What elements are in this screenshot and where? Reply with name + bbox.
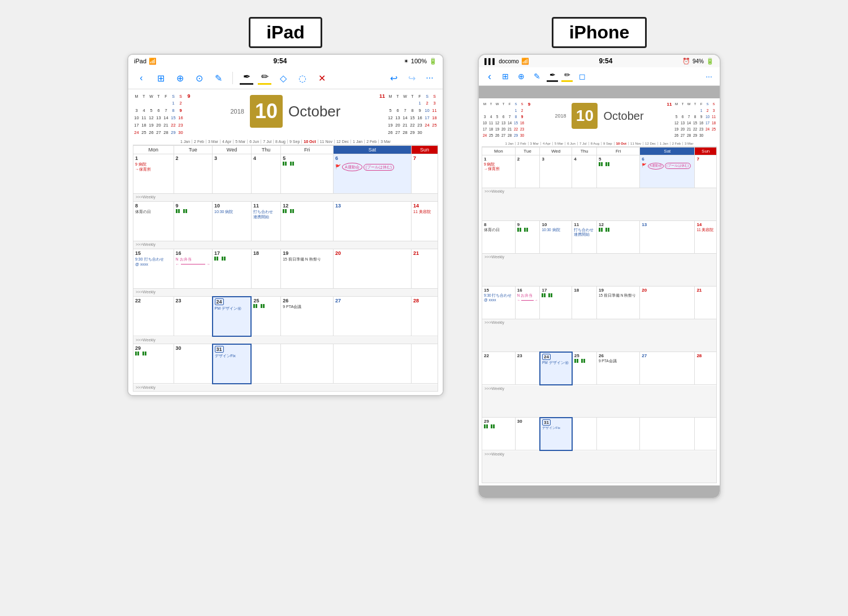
iphone-day-2-tue[interactable]: 2	[515, 155, 540, 188]
iphone-day-24-wed[interactable]: 24 PM デザイン㊙	[540, 352, 572, 385]
add-button[interactable]: ⊕	[172, 71, 187, 85]
bar	[599, 162, 600, 166]
marker-tool[interactable]: ✏	[258, 71, 271, 85]
day-30-tue[interactable]: 30	[174, 344, 212, 384]
day-24-wed[interactable]: 24 PM デザイン㊙	[213, 297, 252, 336]
day-7-sun[interactable]: 7	[412, 154, 438, 194]
iphone-back-button[interactable]: ‹	[483, 70, 496, 83]
cell-content	[599, 162, 638, 167]
day-number: 31	[215, 346, 224, 353]
iphone-day-1-mon[interactable]: 1 9 病院 →保育所	[482, 155, 516, 188]
iphone-day-4-thu[interactable]: 4	[572, 155, 597, 188]
iphone-day-14-sun[interactable]: 14 11 美容院	[695, 221, 717, 254]
iphone-day-31-wed[interactable]: 31 デザインFix	[540, 418, 572, 450]
day-27-sat[interactable]: 27	[334, 297, 412, 336]
iphone-day-8-mon[interactable]: 8 体育の日	[482, 221, 516, 254]
iphone-day-26-fri[interactable]: 26 9 PTA会議	[596, 352, 639, 385]
pen-tool[interactable]: ✒	[240, 71, 253, 85]
iphone-day-16-tue[interactable]: 16 N お弁当 ← →	[515, 287, 540, 319]
day-29-mon[interactable]: 29	[133, 344, 174, 384]
event: 連携開始	[574, 232, 595, 237]
shape-button[interactable]: ◇	[276, 71, 291, 85]
iphone-marker-icon: ✏	[564, 71, 570, 79]
iphone-day-27-sat[interactable]: 27	[640, 352, 695, 385]
iphone-day-19-fri[interactable]: 19 15 前日準備 N 秋祭り	[596, 287, 639, 319]
day-14-sun[interactable]: 14 11 美容院	[412, 202, 438, 241]
weekly-label: >>>Weekly	[482, 450, 717, 483]
event: @ xxxx	[135, 262, 172, 267]
day-26-fri[interactable]: 26 9 PTA会議	[281, 297, 334, 336]
day-1-mon[interactable]: 1 9 病院 →保育所	[133, 154, 174, 194]
redo-button[interactable]: ↪	[404, 71, 419, 85]
iphone-edit-button[interactable]: ✎	[531, 70, 543, 83]
iphone-add-button[interactable]: ⊕	[515, 70, 527, 83]
iphone-day-22-mon[interactable]: 22	[482, 352, 516, 385]
ipad-time: 9:54	[273, 57, 287, 65]
day-22-mon[interactable]: 22	[133, 297, 174, 336]
iphone-day-9-tue[interactable]: 9	[515, 221, 540, 254]
iphone-day-21-sun[interactable]: 21	[695, 287, 717, 319]
day-8-mon[interactable]: 8 体育の日	[133, 202, 174, 241]
day-21-sun[interactable]: 21	[412, 249, 438, 289]
day-9-tue[interactable]: 9	[174, 202, 212, 241]
day-31-wed[interactable]: 31 デザインFix	[213, 344, 252, 384]
iphone-pen-tool[interactable]: ✒	[547, 71, 558, 82]
iphone-day-15-mon[interactable]: 15 9:30 打ち合わせ @ xxxx	[482, 287, 516, 319]
iphone-day-23-tue[interactable]: 23	[515, 352, 540, 385]
day-17-wed[interactable]: 17	[213, 249, 252, 289]
iphone-eraser-button[interactable]: ◻	[576, 70, 589, 83]
day-3-wed[interactable]: 3	[213, 154, 252, 194]
day-13-sat[interactable]: 13	[334, 202, 412, 241]
close-button[interactable]: ✕	[314, 71, 329, 85]
day-16-tue[interactable]: 16 N お弁当 ← →	[174, 249, 212, 289]
iphone-more-button[interactable]: ···	[703, 70, 715, 83]
iphone-marker-tool[interactable]: ✏	[561, 71, 573, 82]
share-button[interactable]: ⊙	[192, 71, 206, 85]
day-6-sat[interactable]: 6 🚩 A運動会 (プールは休む)	[334, 154, 412, 194]
iphone-day-13-sat[interactable]: 13	[640, 221, 695, 254]
iphone-day-10-wed[interactable]: 10 10:30 病院	[540, 221, 572, 254]
day-19-fri[interactable]: 19 15 前日準備 N 秋祭り	[281, 249, 334, 289]
iphone-day-5-fri[interactable]: 5	[596, 155, 639, 188]
undo-button[interactable]: ↩	[386, 71, 401, 85]
iphone-day-28-sun[interactable]: 28	[695, 352, 717, 385]
day-12-fri[interactable]: 12	[281, 202, 334, 241]
iphone-day-17-wed[interactable]: 17	[540, 287, 572, 319]
iphone-day-20-sat[interactable]: 20	[640, 287, 695, 319]
day-18-thu[interactable]: 18	[251, 249, 280, 289]
iphone-day-30-tue[interactable]: 30	[515, 418, 540, 450]
iphone-day-12-fri[interactable]: 12	[596, 221, 639, 254]
event-text: A運動会	[345, 164, 360, 170]
day-10-wed[interactable]: 10 10:30 病院	[213, 202, 252, 241]
day-5-fri[interactable]: 5	[281, 154, 334, 194]
lasso-button[interactable]: ◌	[295, 71, 310, 85]
iphone-day-7-sun[interactable]: 7	[695, 155, 717, 188]
header-mon: Mon	[133, 146, 174, 154]
day-20-sat[interactable]: 20	[334, 249, 412, 289]
iphone-day-6-sat[interactable]: 6 🚩 A運動会 (プールは休む)	[640, 155, 695, 188]
day-15-mon[interactable]: 15 9:30 打ち合わせ @ xxxx	[133, 249, 174, 289]
day-4-thu[interactable]: 4	[251, 154, 280, 194]
day-number: 8	[135, 203, 172, 209]
day-28-sun[interactable]: 28	[412, 297, 438, 336]
iphone-day-18-thu[interactable]: 18	[572, 287, 597, 319]
bar	[263, 304, 265, 308]
iphone-day-3-wed[interactable]: 3	[540, 155, 572, 188]
strip-dec: 12 Dec	[335, 140, 351, 144]
back-button[interactable]: ‹	[134, 71, 149, 85]
edit-button[interactable]: ✎	[211, 71, 226, 85]
grid-button[interactable]: ⊞	[153, 71, 168, 85]
more-button[interactable]: ···	[422, 71, 437, 85]
day-25-thu[interactable]: 25	[251, 297, 280, 336]
ipad-toolbar: ‹ ⊞ ⊕ ⊙ ✎ ✒ ✏ ◇ ◌ ✕ ↩ ↪ ···	[128, 67, 443, 89]
day-23-tue[interactable]: 23	[174, 297, 212, 336]
day-11-thu[interactable]: 11 打ち合わせ 連携開始	[251, 202, 280, 241]
iphone-grid-button[interactable]: ⊞	[499, 70, 512, 83]
iphone-day-29-mon[interactable]: 29	[482, 418, 516, 450]
iphone-day-25-thu[interactable]: 25	[572, 352, 597, 385]
day-number: 13	[642, 222, 693, 227]
iphone-day-11-thu[interactable]: 11 打ち合わせ 連携開始	[572, 221, 597, 254]
bar	[217, 257, 218, 261]
bar	[214, 257, 216, 261]
day-2-tue[interactable]: 2	[174, 154, 212, 194]
